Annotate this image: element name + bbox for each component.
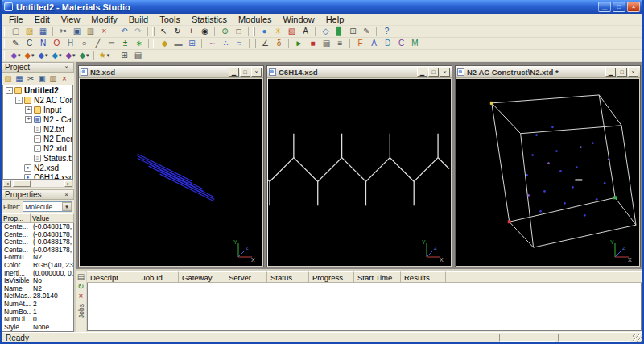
value-column-header[interactable]: Value — [31, 213, 74, 223]
menu-item-window[interactable]: Window — [278, 14, 320, 25]
menu-item-file[interactable]: File — [3, 14, 29, 25]
tree-item-n2-xtd[interactable]: ∵N2.xtd — [3, 143, 72, 153]
undo-button[interactable]: ↶ — [118, 26, 131, 37]
menu-item-modules[interactable]: Modules — [233, 14, 278, 25]
open-button[interactable]: ▨ — [23, 26, 36, 37]
tree-item-n2-xsd[interactable]: ●N2.xsd — [3, 163, 72, 172]
property-row-2[interactable]: Cente...(-0.0488178, 1.5... — [2, 238, 73, 247]
tools-menu-button-dropdown-arrow-icon[interactable]: ▾ — [107, 52, 110, 59]
menu-item-tools[interactable]: Tools — [154, 14, 186, 25]
modules-menu-button-dropdown-arrow-icon[interactable]: ▾ — [18, 52, 21, 59]
jobs-table-body[interactable] — [87, 283, 642, 331]
property-row-0[interactable]: Cente...(-0.0488178, 1.5... — [2, 223, 73, 231]
child-minimize-button[interactable]: ▁ — [229, 68, 239, 77]
tree-item-status-txt[interactable]: ≡Status.txt — [3, 153, 72, 163]
element-nitrogen-button[interactable]: N — [36, 38, 50, 49]
toolbar-grip[interactable] — [254, 39, 256, 48]
hexane-structure-viewport[interactable]: Y X Z — [268, 79, 451, 266]
child-maximize-button[interactable]: □ — [428, 68, 439, 77]
forcite-menu-button[interactable]: ◆▾ — [23, 50, 36, 61]
translation-mode-button[interactable]: + — [184, 26, 198, 37]
jobs-column-6[interactable]: Start Time — [354, 271, 401, 283]
element-carbon-button[interactable]: C — [23, 38, 36, 49]
server-console-button[interactable]: ▤ — [320, 38, 333, 49]
property-column-header[interactable]: Prop... — [2, 213, 31, 223]
close-button[interactable]: × — [627, 2, 640, 12]
child-minimize-button[interactable]: ▁ — [417, 68, 427, 77]
mesocite-button[interactable]: M — [408, 38, 422, 49]
property-row-10[interactable]: NumAt...2 — [2, 300, 73, 309]
run-job-button[interactable]: ► — [292, 38, 306, 49]
supercell-button[interactable]: ⊞ — [185, 38, 199, 49]
new-3d-window-button[interactable]: ◇ — [319, 26, 332, 37]
surface-builder-button[interactable]: ▬ — [171, 38, 185, 49]
filter-dropdown[interactable]: Molecule ▼ — [23, 201, 72, 212]
tree-expander-icon[interactable]: - — [15, 97, 23, 104]
polymer-builder-button[interactable]: ∼ — [205, 38, 219, 49]
toolbar-grip[interactable] — [253, 27, 255, 36]
cut-button[interactable]: ✂ — [56, 26, 70, 37]
menu-item-build[interactable]: Build — [123, 14, 154, 25]
project-cut-button[interactable]: ✂ — [25, 73, 36, 85]
scroll-right-icon[interactable]: ► — [64, 180, 72, 187]
property-row-11[interactable]: NumBo...1 — [2, 309, 73, 317]
amorphous-cell-button[interactable]: ∴ — [219, 38, 233, 49]
discover-menu-button[interactable]: ◆▾ — [77, 50, 91, 61]
cascade-windows-button[interactable]: ▤ — [131, 50, 145, 61]
child-window-title-bar[interactable]: N2.xsd ▁ □ × — [79, 66, 263, 78]
forcite-menu-button-dropdown-arrow-icon[interactable]: ▾ — [31, 52, 35, 59]
rotation-mode-button[interactable]: ↻ — [171, 26, 184, 37]
child-window-n2-xsd[interactable]: N2.xsd ▁ □ × — [78, 65, 264, 267]
job-explorer-button[interactable]: ≡ — [333, 38, 347, 49]
property-row-6[interactable]: Inerti...(0.000000, 0.00... — [2, 270, 73, 278]
chevron-down-icon[interactable]: ▼ — [62, 202, 72, 211]
project-copy-button[interactable]: ▣ — [36, 73, 47, 85]
property-row-9[interactable]: NetMas...28.0140 — [2, 292, 73, 300]
toolbar-grip[interactable] — [4, 27, 6, 36]
jobs-refresh-button[interactable]: ↻ — [76, 282, 86, 292]
castep-button[interactable]: C — [394, 38, 408, 49]
sketch-atom-button[interactable]: ✎ — [9, 38, 23, 49]
tile-windows-button[interactable]: ⊞ — [118, 50, 131, 61]
property-row-5[interactable]: ColorRGB(140, 237... — [2, 262, 73, 270]
property-row-13[interactable]: StyleNone — [2, 324, 73, 332]
project-delete-button[interactable]: × — [59, 73, 70, 85]
child-window-title-bar[interactable]: N2 AC Construct\N2.xtd * ▁ □ × — [456, 66, 640, 78]
double-bond-button[interactable]: ═ — [105, 38, 118, 49]
property-row-8[interactable]: NameN2 — [2, 285, 73, 293]
child-window-c6h14-xsd[interactable]: C6H14.xsd ▁ □ × — [266, 65, 452, 267]
mesostructure-button[interactable]: ≈ — [233, 38, 246, 49]
copy-button[interactable]: ▣ — [70, 26, 84, 37]
jobs-tab-label[interactable]: Jobs — [77, 304, 85, 318]
zoom-mode-button[interactable]: ◉ — [198, 26, 212, 37]
display-style-button[interactable]: ● — [258, 26, 271, 37]
amorphous-module-button[interactable]: A — [367, 38, 381, 49]
tree-item-input[interactable]: +Input — [3, 105, 72, 114]
center-view-button[interactable]: ⊕ — [218, 26, 232, 37]
maximize-button[interactable]: □ — [613, 2, 625, 12]
single-bond-button[interactable]: ╱ — [91, 38, 105, 49]
castep-menu-button-dropdown-arrow-icon[interactable]: ▾ — [72, 52, 76, 59]
jobs-column-3[interactable]: Server — [225, 271, 267, 283]
project-panel-close-icon[interactable]: × — [62, 63, 71, 72]
property-row-4[interactable]: Formu...N2 — [2, 254, 73, 262]
color-button[interactable]: ▧ — [285, 26, 299, 37]
paste-button[interactable]: ▥ — [84, 26, 97, 37]
sketch-ring-button[interactable]: ○ — [77, 38, 91, 49]
dmol3-menu-button-dropdown-arrow-icon[interactable]: ▾ — [59, 52, 62, 59]
project-tree-horizontal-scrollbar[interactable]: ◄ ► — [2, 180, 73, 188]
measure-button[interactable]: ∠ — [258, 38, 272, 49]
new-script-button[interactable]: ✎ — [360, 26, 374, 37]
property-row-3[interactable]: Cente...(-0.0488178, 1.5... — [2, 247, 73, 255]
tree-expander-icon[interactable]: + — [25, 106, 32, 114]
help-button[interactable]: ? — [380, 26, 394, 37]
amorphous-cell-menu-button-dropdown-arrow-icon[interactable]: ▾ — [45, 52, 48, 59]
jobs-column-1[interactable]: Job Id — [138, 271, 179, 283]
adjust-hydrogen-button[interactable]: ± — [118, 38, 132, 49]
new-chart-button[interactable]: ▊ — [332, 26, 346, 37]
amorphous-cell-menu-button[interactable]: ◆▾ — [36, 50, 50, 61]
property-row-1[interactable]: Cente...(-0.0488178, 1.5... — [2, 231, 73, 239]
label-button[interactable]: A — [299, 26, 312, 37]
property-row-7[interactable]: IsVisibleNo — [2, 277, 73, 285]
element-hydrogen-button[interactable]: H — [64, 38, 77, 49]
